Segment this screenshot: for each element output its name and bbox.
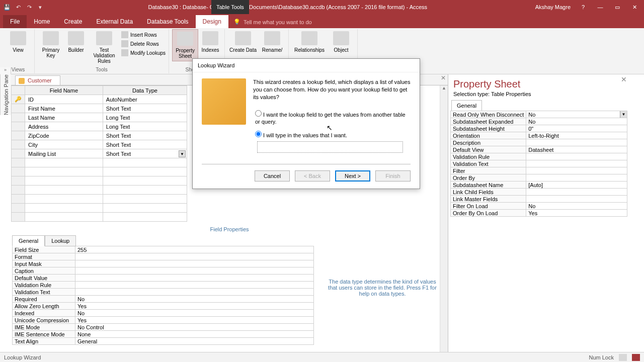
row-selector[interactable] bbox=[12, 131, 25, 140]
propsheet-value[interactable] bbox=[526, 196, 627, 203]
data-type-cell[interactable]: Short Text bbox=[103, 140, 187, 149]
field-name-cell[interactable]: Address bbox=[25, 122, 103, 131]
property-value[interactable] bbox=[75, 253, 314, 260]
data-type-cell[interactable]: Short Text▼ bbox=[103, 149, 187, 158]
table-tab-customer[interactable]: Customer bbox=[15, 75, 60, 85]
tab-file[interactable]: File bbox=[3, 15, 27, 28]
property-value[interactable] bbox=[75, 260, 314, 267]
propsheet-tab-general[interactable]: General bbox=[451, 100, 482, 111]
data-type-cell[interactable]: Short Text bbox=[103, 104, 187, 113]
data-type-cell[interactable]: AutoNumber bbox=[103, 95, 187, 104]
tab-database-tools[interactable]: Database Tools bbox=[140, 15, 196, 28]
indexes-button[interactable]: Indexes bbox=[199, 29, 221, 55]
wizard-option-table-query[interactable]: I want the lookup field to get the value… bbox=[253, 110, 411, 126]
propsheet-value[interactable]: No bbox=[526, 203, 627, 210]
propsheet-row[interactable]: Subdatasheet Height0" bbox=[451, 125, 627, 132]
data-type-cell[interactable]: Long Text bbox=[103, 122, 187, 131]
property-row[interactable]: IndexedNo bbox=[13, 310, 314, 317]
propsheet-value[interactable] bbox=[526, 174, 627, 182]
wizard-option-type-values[interactable]: I will type in the values that I want. bbox=[253, 131, 411, 153]
redo-icon[interactable]: ↷ bbox=[24, 2, 34, 12]
close-tab-icon[interactable]: ✕ bbox=[441, 74, 446, 81]
propsheet-row[interactable]: Read Only When DisconnectNo▼ bbox=[451, 111, 627, 118]
property-row[interactable]: Default Value bbox=[13, 275, 314, 282]
object-button[interactable]: Object bbox=[328, 29, 354, 55]
propsheet-value[interactable] bbox=[526, 167, 627, 174]
property-row[interactable]: Unicode CompressionYes bbox=[13, 317, 314, 324]
propsheet-value[interactable]: [Auto] bbox=[526, 182, 627, 189]
modify-lookups-button[interactable]: Modify Lookups bbox=[121, 49, 166, 56]
chevron-down-icon[interactable]: ▼ bbox=[620, 111, 627, 118]
property-row[interactable]: Input Mask bbox=[13, 260, 314, 267]
wizard-values-input[interactable] bbox=[257, 141, 403, 153]
property-value[interactable]: General bbox=[75, 338, 314, 345]
propsheet-value[interactable] bbox=[526, 153, 627, 160]
undo-icon[interactable]: ↶ bbox=[13, 2, 23, 12]
table-row[interactable]: Mailing List Short Text▼ bbox=[12, 149, 187, 158]
propsheet-value[interactable]: No bbox=[526, 118, 627, 125]
property-value[interactable]: No bbox=[75, 310, 314, 317]
property-row[interactable]: IME Sentence ModeNone bbox=[13, 331, 314, 338]
property-value[interactable] bbox=[75, 282, 314, 289]
property-value[interactable]: 255 bbox=[75, 246, 314, 253]
row-selector[interactable] bbox=[12, 140, 25, 149]
propsheet-row[interactable]: Subdatasheet Name[Auto] bbox=[451, 182, 627, 189]
qat-dropdown-icon[interactable]: ▾ bbox=[35, 2, 45, 12]
scroll-up-icon[interactable]: ▲ bbox=[440, 85, 448, 94]
field-name-cell[interactable]: Last Name bbox=[25, 113, 103, 122]
help-icon[interactable]: ? bbox=[576, 4, 591, 11]
user-name[interactable]: Akshay Magre bbox=[530, 4, 576, 10]
primary-key-button[interactable]: Primary Key bbox=[38, 29, 64, 60]
delete-rows-button[interactable]: Delete Rows bbox=[121, 40, 166, 47]
propsheet-row[interactable]: Order By bbox=[451, 174, 627, 182]
datasheet-view-icon[interactable] bbox=[619, 354, 627, 361]
propsheet-value[interactable] bbox=[526, 160, 627, 167]
propsheet-value[interactable] bbox=[526, 189, 627, 196]
propsheet-row[interactable]: OrientationLeft-to-Right bbox=[451, 132, 627, 139]
tab-design[interactable]: Design bbox=[196, 15, 228, 28]
relationships-button[interactable]: Relationships bbox=[292, 29, 327, 55]
navpane-expand-icon[interactable]: » bbox=[0, 67, 11, 74]
navigation-pane[interactable]: Navigation Pane bbox=[0, 74, 11, 115]
save-icon[interactable]: 💾 bbox=[2, 2, 12, 12]
table-row[interactable]: Last Name Long Text bbox=[12, 113, 187, 122]
test-validation-button[interactable]: Test Validation Rules bbox=[88, 29, 120, 66]
table-row[interactable]: City Short Text bbox=[12, 140, 187, 149]
property-row[interactable]: Field Size255 bbox=[13, 246, 314, 253]
field-name-cell[interactable]: City bbox=[25, 140, 103, 149]
view-button[interactable]: View bbox=[5, 29, 31, 55]
property-row[interactable]: Caption bbox=[13, 267, 314, 275]
chevron-down-icon[interactable]: ▼ bbox=[179, 150, 186, 157]
propsheet-row[interactable]: Order By On LoadYes bbox=[451, 210, 627, 217]
row-selector[interactable] bbox=[12, 113, 25, 122]
propsheet-value[interactable]: Datasheet bbox=[526, 146, 627, 153]
property-row[interactable]: Text AlignGeneral bbox=[13, 338, 314, 345]
field-properties-grid[interactable]: Field Size255FormatInput MaskCaptionDefa… bbox=[12, 246, 314, 345]
propsheet-row[interactable]: Validation Text bbox=[451, 160, 627, 167]
propsheet-value[interactable]: Yes bbox=[526, 210, 627, 217]
property-row[interactable]: Allow Zero LengthYes bbox=[13, 303, 314, 310]
property-row[interactable]: Format bbox=[13, 253, 314, 260]
data-type-cell[interactable]: Short Text bbox=[103, 131, 187, 140]
propsheet-value[interactable]: No▼ bbox=[526, 111, 627, 118]
table-row[interactable]: 🔑 ID AutoNumber bbox=[12, 95, 187, 104]
rename-button[interactable]: Rename/ bbox=[259, 29, 285, 55]
property-value[interactable] bbox=[75, 275, 314, 282]
close-icon[interactable]: ✕ bbox=[627, 4, 642, 11]
tab-home[interactable]: Home bbox=[27, 15, 57, 28]
insert-rows-button[interactable]: Insert Rows bbox=[121, 31, 166, 38]
propsheet-row[interactable]: Filter On LoadNo bbox=[451, 203, 627, 210]
property-value[interactable]: No bbox=[75, 296, 314, 303]
field-name-cell[interactable]: ZipCode bbox=[25, 131, 103, 140]
row-selector[interactable] bbox=[12, 149, 25, 158]
fp-tab-general[interactable]: General bbox=[12, 235, 45, 246]
property-row[interactable]: RequiredNo bbox=[13, 296, 314, 303]
property-value[interactable] bbox=[75, 267, 314, 275]
property-value[interactable]: None bbox=[75, 331, 314, 338]
propsheet-row[interactable]: Link Child Fields bbox=[451, 189, 627, 196]
tab-create[interactable]: Create bbox=[57, 15, 89, 28]
propsheet-row[interactable]: Default ViewDatasheet bbox=[451, 146, 627, 153]
propsheet-value[interactable]: 0" bbox=[526, 125, 627, 132]
propsheet-row[interactable]: Subdatasheet ExpandedNo bbox=[451, 118, 627, 125]
radio-option-type[interactable] bbox=[255, 131, 262, 137]
